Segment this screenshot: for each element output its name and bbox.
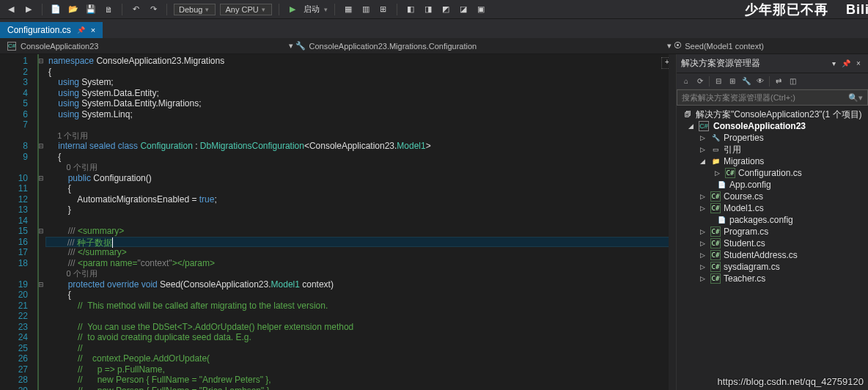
tree-teacher[interactable]: ▷C#Teacher.cs [677, 273, 868, 284]
undo-icon[interactable]: ↶ [129, 3, 142, 16]
side-title: 解决方案资源管理器 [681, 57, 760, 70]
watermark: https://blog.csdn.net/qq_42759120 [718, 376, 864, 387]
tree-studentaddress[interactable]: ▷C#StudentAddress.cs [677, 249, 868, 261]
tab-configuration[interactable]: Configuration.cs 📌 × [0, 22, 103, 38]
side-toolbar: ⌂ ⟳ ⊟ ⊞ 🔧 👁 ⇄ ◫ [677, 73, 868, 89]
config-select[interactable]: Debug [174, 4, 216, 15]
crumb-project[interactable]: C#ConsoleApplication23 [7, 42, 98, 51]
tool-a-icon[interactable]: ▦ [342, 3, 355, 16]
new-icon[interactable]: 📄 [49, 3, 62, 16]
tree-course[interactable]: ▷C#Course.cs [677, 191, 868, 202]
refresh-icon[interactable]: ⟳ [695, 76, 705, 87]
solution-tree: 🗐解决方案"ConsoleApplication23"(1 个项目) ◢C#Co… [677, 106, 868, 390]
side-close-icon[interactable]: × [853, 59, 864, 69]
tree-appconfig[interactable]: 📄App.config [677, 179, 868, 191]
tool-h-icon[interactable]: ▣ [474, 3, 488, 16]
tool-d-icon[interactable]: ◧ [404, 3, 417, 16]
code-editor[interactable]: 1234567 8910111213 14151617181920 212223… [0, 54, 676, 390]
tree-refs[interactable]: ▷▭引用 [677, 144, 868, 155]
props-icon[interactable]: 🔧 [741, 76, 751, 87]
preview-icon[interactable]: 👁 [755, 76, 765, 87]
home-icon[interactable]: ⌂ [681, 76, 691, 87]
tree-configuration[interactable]: ▷C#Configuration.cs [677, 167, 868, 179]
view-icon[interactable]: ◫ [787, 76, 798, 87]
nav-back-icon[interactable]: ◀ [4, 3, 18, 16]
tool-g-icon[interactable]: ◪ [457, 3, 470, 16]
pin-icon[interactable]: 📌 [77, 26, 85, 34]
search-clear-icon[interactable]: 🔍▾ [848, 93, 863, 103]
line-numbers: 1234567 8910111213 14151617181920 212223… [0, 54, 35, 390]
open-icon[interactable]: 📂 [67, 3, 80, 16]
tool-e-icon[interactable]: ◨ [422, 3, 435, 16]
sync-icon[interactable]: ⇄ [773, 76, 784, 87]
overlay-text: 少年那已不再 Bili Bili [745, 1, 868, 18]
tool-c-icon[interactable]: ⊞ [377, 3, 390, 16]
tree-program[interactable]: ▷C#Program.cs [677, 226, 868, 238]
tree-properties[interactable]: ▷🔧Properties [677, 132, 868, 144]
save-icon[interactable]: 💾 [84, 3, 98, 16]
collapse-icon[interactable]: ⊟ [713, 76, 724, 87]
side-dropdown-icon[interactable]: ▾ [828, 59, 839, 69]
tree-project[interactable]: ◢C#ConsoleApplication23 [677, 120, 868, 132]
nav-fwd-icon[interactable]: ▶ [22, 3, 35, 16]
tool-b-icon[interactable]: ▥ [359, 3, 372, 16]
tool-f-icon[interactable]: ◩ [439, 3, 452, 16]
close-icon[interactable]: × [91, 26, 95, 34]
crumb-class[interactable]: ▾ 🔧 ConsoleApplication23.Migrations.Conf… [289, 41, 477, 51]
tree-packages[interactable]: 📄packages.config [677, 214, 868, 226]
tree-solution[interactable]: 🗐解决方案"ConsoleApplication23"(1 个项目) [677, 108, 868, 120]
cursor-line[interactable]: /// 种子数据 [45, 237, 676, 248]
nav-crumbs: C#ConsoleApplication23 ▾ 🔧 ConsoleApplic… [0, 38, 868, 54]
marker-bar[interactable] [669, 54, 676, 390]
crumb-method[interactable]: ▾ ⦿ Seed(Model1 context) [667, 41, 764, 51]
side-search[interactable]: 搜索解决方案资源管理器(Ctrl+;) 🔍▾ [677, 89, 868, 106]
side-pin-icon[interactable]: 📌 [841, 59, 851, 69]
doc-tabs: Configuration.cs 📌 × [0, 19, 868, 38]
tree-migrations[interactable]: ◢📁Migrations [677, 155, 868, 167]
tab-label: Configuration.cs [7, 25, 71, 35]
play-icon[interactable]: ▶ [286, 3, 299, 16]
tree-model1[interactable]: ▷C#Model1.cs [677, 202, 868, 214]
redo-icon[interactable]: ↷ [147, 3, 160, 16]
tree-student[interactable]: ▷C#Student.cs [677, 238, 868, 249]
solution-explorer: 解决方案资源管理器 ▾ 📌 × ⌂ ⟳ ⊟ ⊞ 🔧 👁 ⇄ ◫ 搜索解决方案资源… [676, 54, 868, 390]
main-toolbar: ◀ ▶ 📄 📂 💾 🗎 ↶ ↷ Debug Any CPU ▶ 启动 ▾ ▦ ▥… [0, 0, 868, 19]
platform-select[interactable]: Any CPU [220, 4, 271, 15]
showall-icon[interactable]: ⊞ [727, 76, 738, 87]
saveall-icon[interactable]: 🗎 [102, 3, 115, 16]
tree-sysdiagram[interactable]: ▷C#sysdiagram.cs [677, 261, 868, 273]
code-body[interactable]: namespace ConsoleApplication23.Migration… [47, 54, 676, 390]
start-label[interactable]: 启动 [304, 4, 320, 15]
